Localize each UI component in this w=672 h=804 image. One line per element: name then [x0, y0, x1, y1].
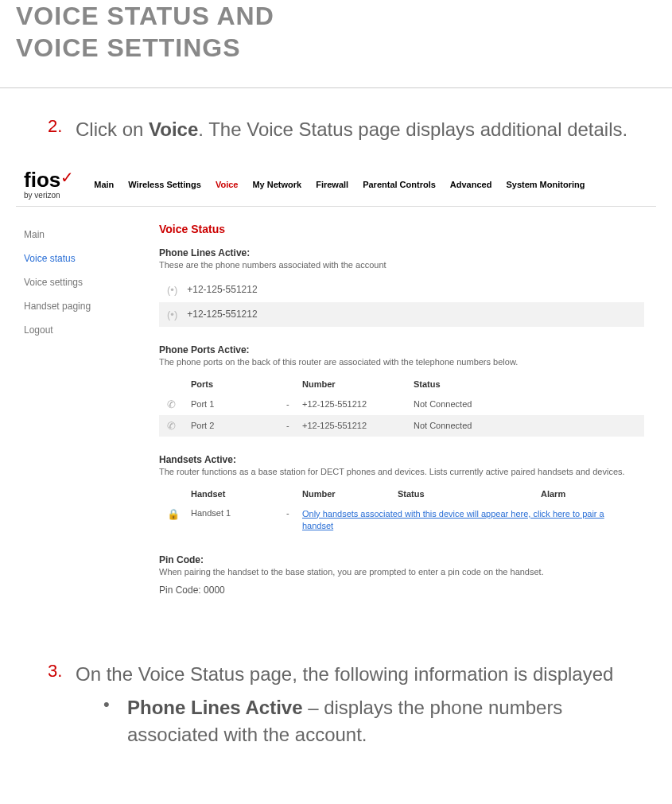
- phone-icon: ✆: [167, 398, 191, 410]
- step2-bold: Voice: [149, 118, 198, 140]
- dash: -: [286, 508, 302, 518]
- ports-col-number: Number: [302, 379, 414, 389]
- step-text: Click on Voice. The Voice Status page di…: [76, 116, 627, 143]
- nav-firewall[interactable]: Firewall: [316, 180, 348, 189]
- pair-handset-link[interactable]: Only handsets associated with this devic…: [302, 508, 636, 533]
- nav-mynetwork[interactable]: My Network: [252, 180, 301, 189]
- port-name: Port 2: [191, 421, 286, 430]
- handsets-row: 🔒 Handset 1 - Only handsets associated w…: [159, 503, 644, 538]
- top-nav: Main Wireless Settings Voice My Network …: [94, 180, 585, 189]
- step2-suffix: . The Voice Status page displays additio…: [198, 118, 627, 140]
- bullet-icon: •: [103, 694, 127, 748]
- step-2: 2. Click on Voice. The Voice Status page…: [48, 116, 648, 143]
- phone-line-row: (•) +12-125-551212: [159, 302, 644, 327]
- title-line1: VOICE STATUS AND: [16, 2, 274, 30]
- fios-logo: fios✓ by verizon: [24, 169, 74, 200]
- nav-sysmon[interactable]: System Monitoring: [506, 180, 585, 189]
- step-number: 3.: [48, 661, 76, 748]
- sidebar-item-voice-settings[interactable]: Voice settings: [24, 270, 139, 294]
- title-line2: VOICE SETTINGS: [16, 33, 240, 62]
- ports-row: ✆ Port 2 - +12-125-551212 Not Connected: [159, 415, 644, 437]
- logo-byline: by verizon: [24, 191, 74, 200]
- phone-lines-section: Phone Lines Active: These are the phone …: [159, 247, 644, 327]
- dash: -: [286, 399, 302, 409]
- handset-name: Handset 1: [191, 508, 286, 518]
- bullet-bold: Phone Lines Active: [127, 697, 303, 718]
- phone-line-number: +12-125-551212: [187, 309, 257, 320]
- ports-col-status: Status: [414, 379, 525, 389]
- handsets-col-handset: Handset: [191, 489, 286, 499]
- nav-main[interactable]: Main: [94, 180, 114, 189]
- phone-lines-desc: These are the phone numbers associated w…: [159, 260, 644, 270]
- sidebar-item-handset-paging[interactable]: Handset paging: [24, 294, 139, 318]
- handsets-section: Handsets Active: The router functions as…: [159, 454, 644, 538]
- phone-line-number: +12-125-551212: [187, 284, 257, 295]
- handsets-desc: The router functions as a base station f…: [159, 467, 644, 476]
- instruction-list-2: 3. On the Voice Status page, the followi…: [0, 661, 672, 748]
- handsets-col-number: Number: [302, 489, 398, 499]
- pin-section: Pin Code: When pairing the handset to th…: [159, 554, 644, 596]
- handsets-col-alarm: Alarm: [541, 489, 636, 499]
- instruction-list: 2. Click on Voice. The Voice Status page…: [0, 116, 672, 143]
- nav-advanced[interactable]: Advanced: [450, 180, 492, 189]
- phone-icon: ✆: [167, 420, 191, 432]
- logo-fios-text: fios: [24, 168, 60, 192]
- logo-check-icon: ✓: [60, 169, 74, 186]
- ports-row: ✆ Port 1 - +12-125-551212 Not Connected: [159, 394, 644, 415]
- nav-voice[interactable]: Voice: [216, 180, 239, 189]
- step-number: 2.: [48, 116, 76, 143]
- phone-ports-label: Phone Ports Active:: [159, 344, 644, 355]
- phone-ports-section: Phone Ports Active: The phone ports on t…: [159, 344, 644, 437]
- step2-prefix: Click on: [76, 118, 149, 140]
- screenshot-header: fios✓ by verizon Main Wireless Settings …: [16, 163, 656, 207]
- nav-wireless[interactable]: Wireless Settings: [128, 180, 201, 189]
- sidebar-item-voice-status[interactable]: Voice status: [24, 247, 139, 270]
- pin-value: Pin Code: 0000: [159, 585, 644, 596]
- nav-parental[interactable]: Parental Controls: [363, 180, 436, 189]
- phone-line-row: (•) +12-125-551212: [159, 278, 644, 302]
- lock-icon: 🔒: [167, 508, 191, 520]
- screenshot-body: Main Voice status Voice settings Handset…: [16, 207, 656, 630]
- port-number: +12-125-551212: [302, 399, 414, 409]
- step-text: On the Voice Status page, the following …: [76, 661, 648, 688]
- divider: [0, 87, 672, 88]
- step-3: 3. On the Voice Status page, the followi…: [48, 661, 648, 748]
- signal-icon: (•): [167, 309, 177, 320]
- sidebar-item-logout[interactable]: Logout: [24, 318, 139, 342]
- port-status: Not Connected: [414, 421, 525, 430]
- dash: -: [286, 421, 302, 430]
- phone-lines-label: Phone Lines Active:: [159, 247, 644, 258]
- port-status: Not Connected: [414, 399, 525, 409]
- bullet-text: Phone Lines Active – displays the phone …: [127, 694, 648, 748]
- sub-bullet: • Phone Lines Active – displays the phon…: [103, 694, 648, 748]
- sidebar-item-main[interactable]: Main: [24, 223, 139, 247]
- port-name: Port 1: [191, 399, 286, 409]
- port-number: +12-125-551212: [302, 421, 414, 430]
- ports-table-header: Ports Number Status: [159, 375, 644, 394]
- ports-col-ports: Ports: [191, 379, 286, 389]
- router-screenshot: fios✓ by verizon Main Wireless Settings …: [16, 163, 656, 630]
- content: Voice Status Phone Lines Active: These a…: [147, 207, 656, 630]
- sidebar: Main Voice status Voice settings Handset…: [16, 207, 147, 630]
- phone-ports-desc: The phone ports on the back of this rout…: [159, 357, 644, 367]
- handsets-label: Handsets Active:: [159, 454, 644, 465]
- section-title: Voice Status: [159, 223, 644, 235]
- handsets-table-header: Handset Number Status Alarm: [159, 484, 644, 503]
- page-title: VOICE STATUS AND VOICE SETTINGS: [0, 0, 672, 87]
- pin-desc: When pairing the handset to the base sta…: [159, 567, 644, 577]
- signal-icon: (•): [167, 284, 177, 296]
- handsets-col-status: Status: [398, 489, 541, 499]
- pin-label: Pin Code:: [159, 554, 644, 565]
